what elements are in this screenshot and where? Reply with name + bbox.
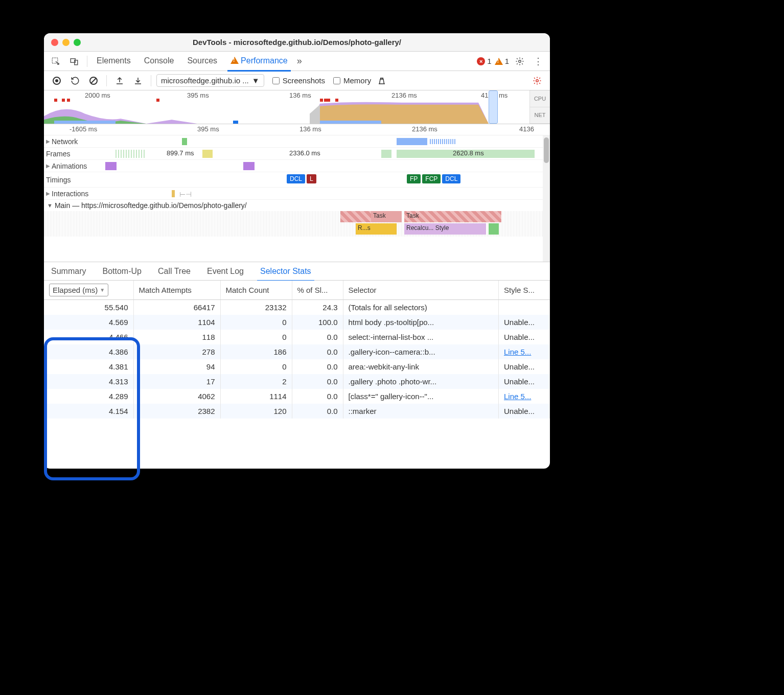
- track-timings[interactable]: Timings DCLL FPFCPDCL LCPL: [44, 172, 550, 188]
- col-pct[interactable]: % of Sl...: [292, 281, 343, 300]
- overview-side-labels: CPU NET: [529, 90, 550, 124]
- cell-elapsed: 4.569: [44, 315, 133, 330]
- overview-handle-right[interactable]: [489, 90, 498, 124]
- close-icon[interactable]: [51, 39, 58, 46]
- cell-count: 186: [220, 344, 292, 359]
- cell-selector: .gallery .photo .photo-wr...: [343, 374, 499, 389]
- cell-attempts: 94: [133, 359, 220, 374]
- table-row[interactable]: 4.15423821200.0::markerUnable...: [44, 404, 550, 419]
- tab-elements[interactable]: Elements: [96, 53, 132, 69]
- cell-elapsed: 4.466: [44, 330, 133, 344]
- tab-console[interactable]: Console: [143, 53, 175, 69]
- cell-stylesheet[interactable]: Line 5...: [499, 344, 550, 359]
- flame-chart-area[interactable]: -1605 ms 395 ms 136 ms 2136 ms 4136 ▶Net…: [44, 124, 550, 262]
- overview-timeline[interactable]: 2000 ms 395 ms 136 ms 2136 ms 413 ms: [44, 90, 550, 124]
- table-row[interactable]: 55.540664172313224.3(Totals for all sele…: [44, 300, 550, 315]
- clear-button[interactable]: [86, 73, 101, 88]
- cell-count: 120: [220, 404, 292, 419]
- table-row[interactable]: 4.289406211140.0[class*=" gallery-icon--…: [44, 389, 550, 404]
- inspect-icon[interactable]: [48, 54, 63, 69]
- flame-chart[interactable]: Task Task R...s Recalcu... Style: [44, 211, 550, 237]
- cell-count: 0: [220, 359, 292, 374]
- cell-pct: 0.0: [292, 330, 343, 344]
- svg-point-3: [519, 60, 521, 62]
- badge-fcp: FCP: [422, 174, 441, 183]
- table-row[interactable]: 4.56911040100.0html body .ps-tooltip[po.…: [44, 315, 550, 330]
- download-button[interactable]: [130, 73, 146, 88]
- kebab-menu-icon[interactable]: ⋮: [531, 54, 546, 69]
- cell-count: 23132: [220, 300, 292, 315]
- screenshots-checkbox[interactable]: Screenshots: [272, 76, 325, 85]
- cell-stylesheet: Unable...: [499, 315, 550, 330]
- overview-graph: [44, 99, 529, 124]
- table-row[interactable]: 4.3862781860.0.gallery-icon--camera::b..…: [44, 344, 550, 359]
- track-network[interactable]: ▶Network: [44, 135, 550, 148]
- cell-attempts: 4062: [133, 389, 220, 404]
- disclosure-icon[interactable]: ▶: [46, 191, 50, 196]
- badge-dcl-2: DCL: [442, 174, 460, 183]
- col-count[interactable]: Match Count: [220, 281, 292, 300]
- disclosure-icon[interactable]: ▶: [46, 138, 50, 144]
- cell-elapsed: 4.313: [44, 374, 133, 389]
- cell-stylesheet: Unable...: [499, 374, 550, 389]
- cell-pct: 0.0: [292, 404, 343, 419]
- panel-tabbar: Elements Console Sources Performance » ×…: [44, 52, 550, 71]
- cell-attempts: 118: [133, 330, 220, 344]
- memory-checkbox[interactable]: Memory: [333, 76, 371, 85]
- disclosure-icon[interactable]: ▶: [46, 163, 50, 169]
- sort-desc-icon: ▼: [100, 287, 105, 293]
- cell-count: 0: [220, 315, 292, 330]
- maximize-icon[interactable]: [74, 39, 81, 46]
- disclosure-open-icon[interactable]: ▼: [47, 202, 53, 208]
- warning-icon: [495, 58, 503, 65]
- cell-attempts: 1104: [133, 315, 220, 330]
- cell-selector: ::marker: [343, 404, 499, 419]
- reload-button[interactable]: [67, 73, 83, 88]
- warning-triangle-icon: [230, 57, 239, 66]
- track-interactions[interactable]: ▶Interactions ⊢⊣: [44, 188, 550, 200]
- col-elapsed[interactable]: Elapsed (ms) ▼: [44, 281, 133, 300]
- table-row[interactable]: 4.46611800.0select:-internal-list-box ..…: [44, 330, 550, 344]
- track-main-header[interactable]: ▼ Main — https://microsoftedge.github.io…: [44, 200, 550, 211]
- flame-task: Task: [371, 211, 402, 222]
- time-axis: -1605 ms 395 ms 136 ms 2136 ms 4136: [44, 124, 550, 135]
- warning-count[interactable]: 1: [495, 57, 509, 65]
- cell-elapsed: 4.289: [44, 389, 133, 404]
- error-icon: ×: [477, 57, 485, 65]
- tab-bottom-up[interactable]: Bottom-Up: [101, 264, 142, 279]
- tab-selector-stats[interactable]: Selector Stats: [259, 264, 312, 279]
- track-frames[interactable]: Frames 899.7 ms 2336.0 ms 2620.8 ms: [44, 148, 550, 160]
- record-button[interactable]: [49, 73, 64, 88]
- minimize-icon[interactable]: [62, 39, 70, 46]
- cell-count: 0: [220, 330, 292, 344]
- tab-sources[interactable]: Sources: [186, 53, 218, 69]
- cell-attempts: 2382: [133, 404, 220, 419]
- cell-elapsed: 4.154: [44, 404, 133, 419]
- tab-call-tree[interactable]: Call Tree: [157, 264, 192, 279]
- device-toggle-icon[interactable]: [66, 54, 82, 69]
- capture-settings-icon[interactable]: [529, 73, 545, 88]
- upload-button[interactable]: [112, 73, 127, 88]
- tab-performance[interactable]: Performance: [229, 53, 289, 69]
- warning-count-value: 1: [505, 57, 509, 65]
- col-selector[interactable]: Selector: [343, 281, 499, 300]
- table-row[interactable]: 4.3819400.0area:-webkit-any-linkUnable..…: [44, 359, 550, 374]
- context-select[interactable]: microsoftedge.github.io ... ▼: [156, 74, 264, 87]
- tab-event-log[interactable]: Event Log: [206, 264, 245, 279]
- table-row[interactable]: 4.3131720.0.gallery .photo .photo-wr...U…: [44, 374, 550, 389]
- tab-summary[interactable]: Summary: [50, 264, 87, 279]
- badge-dcl: DCL: [287, 174, 305, 183]
- collect-garbage-icon[interactable]: [374, 73, 389, 88]
- more-tabs-icon[interactable]: »: [292, 54, 307, 69]
- tracks-scrollbar[interactable]: [543, 135, 550, 262]
- col-stylesheet[interactable]: Style S...: [499, 281, 550, 300]
- screenshots-label: Screenshots: [283, 76, 325, 85]
- cell-stylesheet[interactable]: Line 5...: [499, 389, 550, 404]
- col-attempts[interactable]: Match Attempts: [133, 281, 220, 300]
- track-animations[interactable]: ▶Animations: [44, 160, 550, 172]
- error-count[interactable]: × 1: [477, 57, 491, 65]
- cell-elapsed: 4.381: [44, 359, 133, 374]
- settings-icon[interactable]: [512, 54, 527, 69]
- dropdown-icon: ▼: [252, 76, 260, 85]
- error-count-value: 1: [487, 57, 491, 65]
